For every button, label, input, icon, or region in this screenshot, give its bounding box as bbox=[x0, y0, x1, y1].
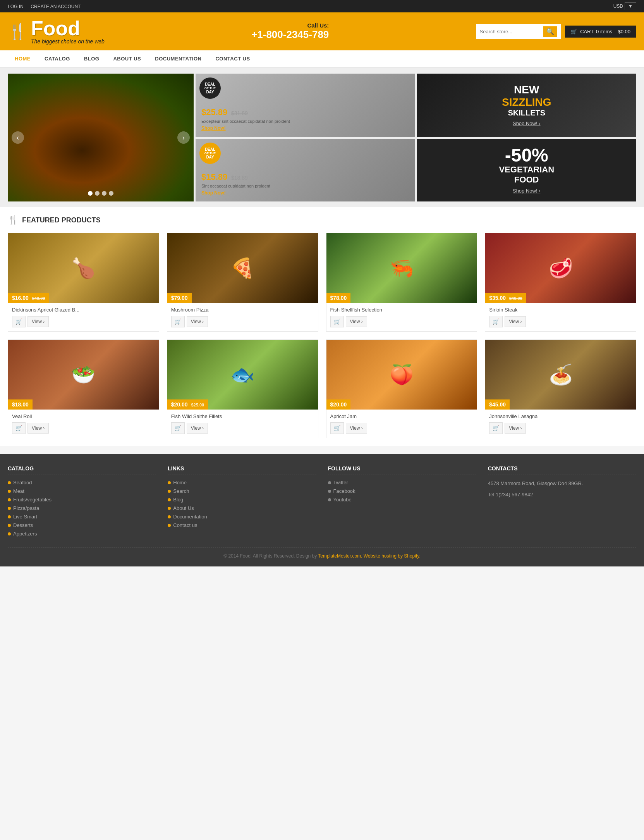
catalog-link-livesmart[interactable]: Live Smart bbox=[13, 514, 37, 520]
product-price-2: $79.00 bbox=[171, 295, 188, 301]
nav-link-contact[interactable]: CONTACT US bbox=[208, 50, 257, 67]
link-docs[interactable]: Documentation bbox=[173, 514, 207, 520]
deal-of-label-1: OF THE bbox=[204, 86, 216, 90]
main-nav: HOME CATALOG BLOG ABOUT US DOCUMENTATION… bbox=[0, 50, 644, 68]
deal-day-label-2: Day bbox=[206, 155, 214, 159]
slider-dot-1[interactable] bbox=[88, 191, 93, 196]
site-tagline: The biggest choice on the web bbox=[31, 38, 105, 45]
banner1-content: NEW SIZZLING SKILLETS Shop Now! › bbox=[502, 84, 551, 126]
view-product-6[interactable]: View › bbox=[187, 423, 208, 434]
view-product-1[interactable]: View › bbox=[27, 316, 49, 327]
nav-link-docs[interactable]: DOCUMENTATION bbox=[148, 50, 208, 67]
footer-catalog-item-pizza: Pizza/pasta bbox=[8, 505, 156, 511]
banner2-content: -50% VEGETARIAN FOOD Shop Now! › bbox=[499, 146, 554, 194]
catalog-link-fruits[interactable]: Fruits/vegetables bbox=[13, 497, 52, 503]
add-to-cart-6[interactable]: 🛒 bbox=[171, 422, 185, 434]
hosting-link[interactable]: Website hosting by Shopify. bbox=[364, 553, 421, 559]
link-home[interactable]: Home bbox=[173, 480, 187, 485]
banner1-skillets: SKILLETS bbox=[502, 108, 551, 117]
view-product-3[interactable]: View › bbox=[346, 316, 367, 327]
add-to-cart-2[interactable]: 🛒 bbox=[171, 316, 185, 327]
add-to-cart-3[interactable]: 🛒 bbox=[330, 316, 344, 327]
footer-link-item-search: Search bbox=[168, 488, 316, 494]
catalog-link-meat[interactable]: Meat bbox=[13, 488, 24, 494]
bullet-icon-youtube bbox=[328, 498, 331, 501]
deal1-price: $25.89 bbox=[201, 107, 227, 117]
footer-tel: Tel 1(234) 567-9842 bbox=[488, 491, 636, 499]
nav-link-blog[interactable]: BLOG bbox=[77, 50, 106, 67]
currency-dropdown[interactable]: ▼ bbox=[625, 2, 636, 10]
search-input[interactable] bbox=[480, 29, 543, 34]
currency-label: USD bbox=[613, 3, 623, 9]
add-to-cart-1[interactable]: 🛒 bbox=[12, 316, 26, 327]
slider-prev-button[interactable]: ‹ bbox=[12, 131, 24, 144]
footer-catalog-item-seafood: Seafood bbox=[8, 480, 156, 485]
link-search[interactable]: Search bbox=[173, 488, 189, 494]
social-link-twitter[interactable]: Twitter bbox=[333, 480, 348, 485]
banner1-sizzling: SIZZLING bbox=[502, 96, 551, 108]
deal2-price-old: $18.89 bbox=[231, 175, 248, 181]
add-to-cart-7[interactable]: 🛒 bbox=[330, 422, 344, 434]
social-link-youtube[interactable]: Youtube bbox=[333, 497, 352, 503]
login-link[interactable]: LOG IN bbox=[8, 4, 24, 9]
link-blog[interactable]: Blog bbox=[173, 497, 183, 503]
header: 🍴 Food The biggest choice on the web Cal… bbox=[0, 12, 644, 50]
deal2-cta[interactable]: Shop Now! bbox=[201, 190, 226, 196]
footer-catalog-item-livesmart: Live Smart bbox=[8, 514, 156, 520]
nav-list: HOME CATALOG BLOG ABOUT US DOCUMENTATION… bbox=[8, 50, 636, 67]
product-image-6: 🐟 $20.00 $25.00 bbox=[167, 340, 318, 410]
view-product-8[interactable]: View › bbox=[505, 423, 526, 434]
featured-title-area: 🍴 FEATURED PRODUCTS bbox=[8, 215, 636, 225]
link-about[interactable]: About Us bbox=[173, 505, 194, 511]
view-product-2[interactable]: View › bbox=[187, 316, 208, 327]
nav-link-home[interactable]: HOME bbox=[8, 50, 38, 67]
nav-link-catalog[interactable]: CATALOG bbox=[38, 50, 77, 67]
banner1-cta[interactable]: Shop Now! › bbox=[502, 120, 551, 126]
slider-next-button[interactable]: › bbox=[177, 131, 190, 144]
design-by-link[interactable]: TemplateMoster.com. bbox=[318, 553, 362, 559]
add-to-cart-8[interactable]: 🛒 bbox=[489, 422, 503, 434]
product-info-5: Veal Roll 🛒 View › bbox=[8, 410, 159, 438]
product-info-7: Apricot Jam 🛒 View › bbox=[326, 410, 477, 438]
add-to-cart-5[interactable]: 🛒 bbox=[12, 422, 26, 434]
bullet-icon-twitter bbox=[328, 481, 331, 484]
bullet-icon-appetizers bbox=[8, 532, 11, 535]
social-link-facebook[interactable]: Facebook bbox=[333, 488, 355, 494]
hero-main-slider: ‹ › bbox=[8, 74, 194, 201]
product-info-3: Fish Shellfish Selection 🛒 View › bbox=[326, 303, 477, 331]
nav-link-about[interactable]: ABOUT US bbox=[106, 50, 148, 67]
deal2-price-area: $15.89 $18.89 bbox=[201, 172, 409, 182]
footer-catalog-item-fruits: Fruits/vegetables bbox=[8, 497, 156, 503]
catalog-link-desserts[interactable]: Desserts bbox=[13, 522, 33, 528]
slider-dot-4[interactable] bbox=[109, 191, 113, 196]
product-image-3: 🦐 $78.00 bbox=[326, 233, 477, 303]
catalog-link-appetizers[interactable]: Appetizers bbox=[13, 531, 37, 537]
deal-label-1: Deal bbox=[205, 82, 215, 86]
slider-dot-3[interactable] bbox=[102, 191, 106, 196]
view-product-7[interactable]: View › bbox=[346, 423, 367, 434]
add-to-cart-4[interactable]: 🛒 bbox=[489, 316, 503, 327]
product-info-1: Dickinsons Apricot Glazed B... 🛒 View › bbox=[8, 303, 159, 331]
catalog-link-pizza[interactable]: Pizza/pasta bbox=[13, 505, 39, 511]
product-price-old-1: $40.00 bbox=[32, 296, 45, 301]
view-product-4[interactable]: View › bbox=[505, 316, 526, 327]
product-price-5: $18.00 bbox=[12, 401, 29, 408]
view-product-5[interactable]: View › bbox=[27, 423, 49, 434]
product-actions-8: 🛒 View › bbox=[489, 422, 632, 434]
cart-button[interactable]: 🛒 CART: 0 items – $0.00 bbox=[565, 26, 637, 38]
footer-link-item-about: About Us bbox=[168, 505, 316, 511]
link-contact[interactable]: Contact us bbox=[173, 522, 197, 528]
product-price-badge-6: $20.00 $25.00 bbox=[167, 399, 208, 410]
header-contact: Call Us: +1-800-2345-789 bbox=[251, 22, 329, 41]
footer-social-youtube: Youtube bbox=[328, 497, 476, 503]
banner2-cta[interactable]: Shop Now! › bbox=[499, 188, 554, 194]
deal1-cta[interactable]: Shop Now! bbox=[201, 126, 226, 131]
catalog-link-seafood[interactable]: Seafood bbox=[13, 480, 32, 485]
footer-social-twitter: Twitter bbox=[328, 480, 476, 485]
bullet-icon-link-about bbox=[168, 507, 171, 510]
site-name: Food bbox=[31, 18, 105, 38]
deal-badge-1: Deal OF THE Day bbox=[199, 77, 221, 99]
create-account-link[interactable]: CREATE AN ACCOUNT bbox=[31, 4, 81, 9]
slider-dot-2[interactable] bbox=[95, 191, 100, 196]
search-button[interactable]: 🔍 bbox=[543, 26, 557, 37]
